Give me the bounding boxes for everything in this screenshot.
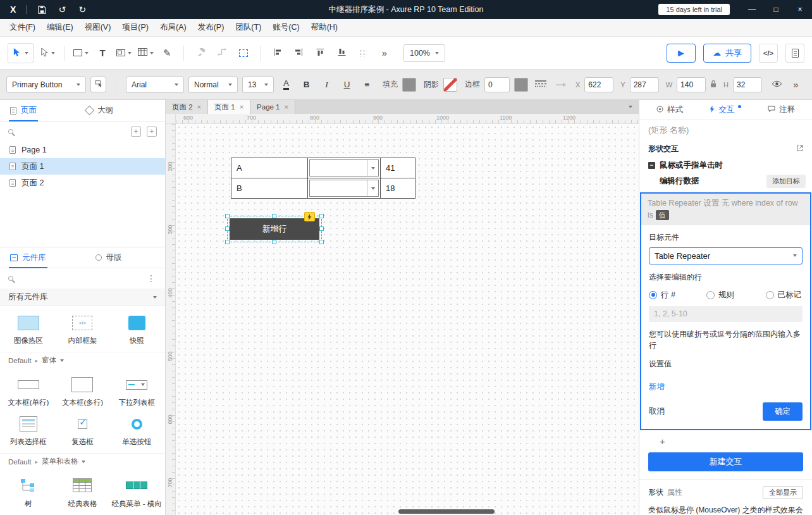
save-icon[interactable] (33, 0, 51, 19)
formatbar-overflow-button[interactable]: » (788, 77, 804, 92)
align-bottom-button[interactable] (331, 43, 352, 63)
visibility-toggle[interactable] (772, 80, 782, 89)
radio-rule[interactable]: 规则 (706, 290, 734, 301)
menu-layout[interactable]: 布局(A) (154, 22, 192, 33)
undo-icon[interactable]: ↺ (53, 0, 71, 19)
ok-button[interactable]: 确定 (763, 402, 803, 421)
rectangle-tool[interactable] (71, 43, 91, 63)
resize-handle[interactable] (225, 226, 230, 231)
radio-checked-icon[interactable] (649, 291, 657, 299)
font-style-select[interactable]: Normal (188, 77, 238, 93)
border-color-swatch[interactable] (514, 78, 528, 92)
page-item[interactable]: Page 1 (0, 142, 165, 158)
select-tool[interactable] (8, 43, 34, 63)
font-size-select[interactable]: 13 (242, 77, 274, 93)
menu-account[interactable]: 账号(C) (267, 22, 305, 33)
trial-badge[interactable]: 15 days left in trial (658, 4, 730, 15)
droplist-caret[interactable] (367, 180, 378, 196)
page-item-selected[interactable]: 页面 1 (0, 158, 165, 175)
frame-tool[interactable] (114, 43, 134, 63)
resize-handle[interactable] (319, 214, 324, 218)
horizontal-scrollbar[interactable] (398, 509, 495, 514)
add-page-button[interactable]: + (147, 127, 157, 137)
text-tool[interactable]: T (92, 43, 113, 63)
library-menu-button[interactable]: ⋮ (145, 273, 157, 283)
droplist-widget[interactable] (309, 180, 379, 197)
droplist-widget[interactable] (309, 159, 379, 177)
widget-classic-table[interactable]: 经典表格 (56, 473, 110, 512)
style-editor-button[interactable] (90, 77, 106, 92)
resize-handle[interactable] (225, 214, 230, 218)
widget-text-field[interactable]: 文本框(单行) (1, 371, 56, 411)
share-button[interactable]: ☁ 共享 (703, 44, 751, 63)
droplist-caret[interactable] (367, 160, 378, 176)
action-summary[interactable]: Table Repeater 设置 无 where index of row i… (641, 194, 810, 225)
h-input[interactable] (733, 77, 762, 92)
menu-team[interactable]: 团队(T) (230, 22, 267, 33)
minimize-button[interactable]: — (740, 0, 764, 19)
table-cell-droplist[interactable] (308, 158, 380, 178)
radio-marked[interactable]: 已标记 (766, 290, 802, 301)
add-folder-button[interactable]: + (131, 127, 141, 137)
direct-select-tool[interactable] (37, 43, 58, 63)
tab-libraries[interactable]: 元件库 (3, 247, 54, 268)
widget-list-box[interactable]: 列表选择框 (1, 411, 56, 450)
preview-button[interactable]: ▶ (667, 44, 696, 63)
resize-handle[interactable] (225, 240, 230, 244)
inspect-code-button[interactable]: </> (759, 44, 778, 63)
font-family-select[interactable]: Arial (126, 77, 184, 93)
library-section-forms[interactable]: Default ▸ 窗体 (0, 352, 165, 368)
library-search-input[interactable] (19, 274, 140, 283)
table-cell-value[interactable]: 18 (381, 178, 415, 198)
x-input[interactable] (584, 77, 613, 92)
widget-classic-menu-horizontal[interactable]: 经典菜单 - 横向 (109, 473, 164, 512)
page-item[interactable]: 页面 2 (0, 175, 165, 191)
style-preset-select[interactable]: Primary Button (6, 77, 86, 93)
show-all-button[interactable]: 全部显示 (763, 486, 803, 499)
transform-tool[interactable] (233, 43, 254, 63)
shape-name-input[interactable] (648, 125, 803, 135)
pages-search-input[interactable] (19, 127, 125, 136)
redo-icon[interactable]: ↻ (73, 0, 91, 19)
resize-handle[interactable] (319, 240, 324, 244)
table-tool[interactable] (135, 43, 156, 63)
table-cell-name[interactable]: A (231, 158, 307, 178)
widget-inline-frame[interactable]: 内部框架 (56, 309, 110, 349)
tab-style[interactable]: 样式 (642, 100, 698, 120)
border-width-input[interactable] (484, 77, 510, 92)
tab-pages[interactable]: 页面 (3, 100, 44, 121)
bold-button[interactable]: B (298, 77, 314, 92)
menu-help[interactable]: 帮助(H) (305, 22, 343, 33)
pen-tool[interactable]: ✎ (157, 43, 177, 63)
align-left-button[interactable] (267, 43, 287, 63)
add-column-link[interactable]: 新增 (649, 382, 665, 392)
toolbar-overflow-button[interactable]: » (374, 43, 395, 63)
tab-list-dropdown[interactable] (622, 100, 639, 114)
w-input[interactable] (677, 77, 706, 92)
close-button[interactable]: × (788, 0, 812, 19)
maximize-button[interactable]: □ (764, 0, 788, 19)
zoom-select[interactable]: 100% (403, 44, 445, 62)
tab-interaction[interactable]: 交互 (698, 100, 753, 120)
align-top-button[interactable] (310, 43, 330, 63)
radio-icon[interactable] (766, 291, 774, 299)
widget-radio-button[interactable]: 单选按钮 (109, 411, 164, 450)
library-section-menus[interactable]: Default ▸ 菜单和表格 (0, 453, 165, 469)
menu-file[interactable]: 文件(F) (4, 22, 41, 33)
widget-text-area[interactable]: 文本框(多行) (56, 371, 110, 411)
resize-handle[interactable] (319, 226, 324, 231)
widget-tree[interactable]: 树 (1, 473, 56, 512)
menu-publish[interactable]: 发布(P) (192, 22, 230, 33)
external-link-icon[interactable] (796, 145, 803, 154)
canvas-tab-page1-cn[interactable]: 页面 1 × (208, 100, 250, 114)
radio-row-number[interactable]: 行 # (649, 290, 675, 301)
close-tab-icon[interactable]: × (197, 103, 201, 111)
row-numbers-input[interactable] (649, 306, 803, 322)
repeater-table[interactable]: A 41 B 18 (231, 158, 415, 199)
canvas-tab-page1-en[interactable]: Page 1 × (250, 100, 295, 114)
menu-view[interactable]: 视图(V) (79, 22, 117, 33)
italic-button[interactable]: I (319, 77, 335, 92)
widget-snapshot[interactable]: 快照 (109, 309, 164, 349)
add-row-widget[interactable]: 新增行 (230, 218, 319, 240)
close-tab-icon[interactable]: × (240, 103, 243, 111)
